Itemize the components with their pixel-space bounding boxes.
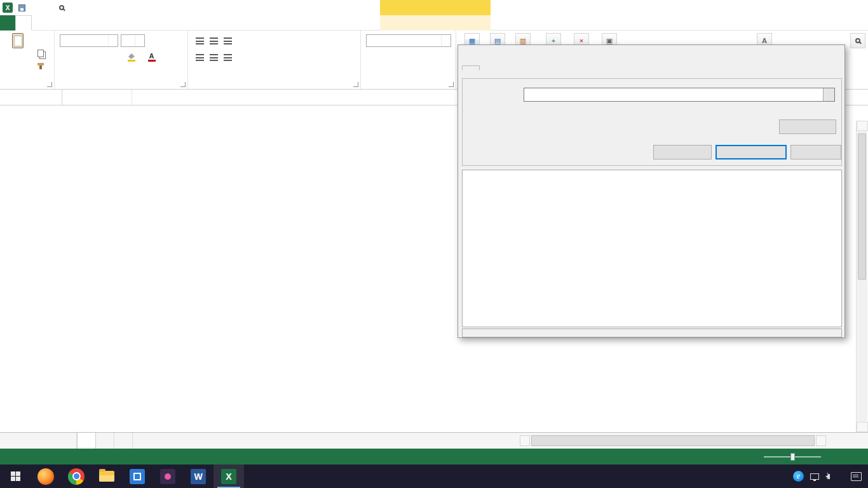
paste-button[interactable] xyxy=(4,33,32,76)
tab-revisar[interactable] xyxy=(93,15,108,30)
scroll-down-icon[interactable] xyxy=(857,422,868,432)
close-dialog-button[interactable] xyxy=(790,145,841,159)
clipboard-dialog-launcher[interactable] xyxy=(47,82,52,87)
percent-format-button[interactable] xyxy=(384,51,395,64)
display-tray-icon[interactable] xyxy=(810,473,819,480)
font-dialog-launcher[interactable] xyxy=(180,82,186,87)
help-button[interactable] xyxy=(776,0,794,15)
tab-diseno-tabla[interactable] xyxy=(123,15,139,30)
taskbar-file-explorer[interactable] xyxy=(92,464,122,488)
borders-button[interactable] xyxy=(104,51,117,64)
taskbar-app-blue[interactable] xyxy=(122,464,153,488)
italic-button[interactable] xyxy=(71,51,81,64)
customize-qat-button[interactable] xyxy=(69,1,81,14)
find-select-button[interactable] xyxy=(849,33,867,50)
horizontal-scrollbar-thumb[interactable] xyxy=(531,435,815,446)
fill-color-button[interactable] xyxy=(123,51,140,64)
find-next-button[interactable] xyxy=(715,145,787,159)
currency-format-button[interactable] xyxy=(366,51,381,64)
lens-button[interactable] xyxy=(55,1,68,14)
close-button[interactable] xyxy=(850,0,868,15)
ribbon-display-options-button[interactable] xyxy=(794,0,813,15)
font-name-combo[interactable] xyxy=(60,34,118,47)
edge-tray-icon[interactable]: e xyxy=(793,471,804,482)
grow-font-button[interactable] xyxy=(147,34,160,47)
sheet-tab-fase-i[interactable] xyxy=(58,433,77,449)
tab-reemplazar[interactable] xyxy=(480,65,498,70)
zoom-slider-thumb[interactable] xyxy=(790,453,795,461)
find-combobox[interactable] xyxy=(524,88,835,102)
align-top-button[interactable] xyxy=(193,34,206,47)
taskbar-app-media[interactable] xyxy=(153,464,183,488)
speaker-icon[interactable] xyxy=(825,474,830,479)
sheet-tab-hoja2[interactable] xyxy=(96,433,114,449)
alignment-dialog-launcher[interactable] xyxy=(353,82,358,87)
number-format-combo[interactable] xyxy=(366,34,451,47)
formula-bar-collapse-icon[interactable] xyxy=(857,90,868,105)
dialog-title-bar[interactable] xyxy=(458,45,844,64)
increase-indent-button[interactable] xyxy=(252,51,263,64)
number-dialog-launcher[interactable] xyxy=(449,82,454,87)
excel-app-icon[interactable]: X xyxy=(3,3,13,13)
taskbar-word[interactable]: W xyxy=(183,464,214,488)
taskbar-firefox[interactable] xyxy=(31,464,61,488)
undo-button[interactable] xyxy=(29,1,41,14)
combo-dropdown-icon[interactable] xyxy=(823,88,834,101)
zoom-slider[interactable] xyxy=(764,456,821,458)
shrink-font-button[interactable] xyxy=(161,34,174,47)
vertical-scrollbar[interactable] xyxy=(856,121,867,432)
find-input[interactable] xyxy=(524,88,823,101)
merge-center-button[interactable] xyxy=(268,51,356,64)
new-sheet-button[interactable] xyxy=(133,433,151,449)
options-button[interactable] xyxy=(779,119,836,134)
scroll-right-icon[interactable] xyxy=(816,435,826,446)
tab-diseno-de-pagina[interactable] xyxy=(47,15,62,30)
increase-decimal-button[interactable] xyxy=(418,51,433,64)
sheet-nav-left-icon[interactable] xyxy=(3,433,11,449)
decrease-indent-button[interactable] xyxy=(239,51,250,64)
restore-button[interactable] xyxy=(831,0,850,15)
tab-vista[interactable] xyxy=(108,15,123,30)
sheet-tab-hoja1[interactable] xyxy=(114,433,133,449)
tab-datos[interactable] xyxy=(78,15,93,30)
sheet-nav-right-icon[interactable] xyxy=(11,433,20,449)
dialog-help-button[interactable] xyxy=(797,45,817,64)
align-left-button[interactable] xyxy=(193,51,206,64)
bold-button[interactable] xyxy=(60,51,70,64)
vertical-scrollbar-thumb[interactable] xyxy=(858,133,866,280)
tab-formulas[interactable] xyxy=(62,15,78,30)
copy-button[interactable] xyxy=(34,47,47,60)
underline-dropdown-icon[interactable] xyxy=(93,51,100,64)
tab-buscar[interactable] xyxy=(462,65,480,71)
align-middle-button[interactable] xyxy=(207,34,220,47)
cut-button[interactable] xyxy=(34,34,47,47)
decrease-decimal-button[interactable] xyxy=(435,51,450,64)
minimize-button[interactable] xyxy=(813,0,831,15)
align-right-button[interactable] xyxy=(221,51,234,64)
action-center-icon[interactable] xyxy=(851,472,862,481)
find-results-list[interactable] xyxy=(462,170,842,327)
underline-button[interactable] xyxy=(83,51,93,64)
taskbar-excel[interactable]: X xyxy=(214,464,244,488)
orientation-button[interactable] xyxy=(239,34,254,47)
font-color-button[interactable]: A xyxy=(144,51,160,64)
save-button[interactable] xyxy=(15,1,28,14)
tab-insertar[interactable] xyxy=(32,15,47,30)
tab-inicio[interactable] xyxy=(15,15,32,30)
name-box[interactable] xyxy=(0,90,62,105)
sheet-tab-fase-ii[interactable] xyxy=(77,433,96,449)
font-size-combo[interactable] xyxy=(121,34,145,47)
wrap-text-button[interactable] xyxy=(263,34,352,47)
find-all-button[interactable] xyxy=(653,145,712,159)
comma-format-button[interactable] xyxy=(398,51,414,64)
scroll-left-icon[interactable] xyxy=(520,435,530,446)
dialog-close-icon[interactable] xyxy=(820,45,841,64)
taskbar-chrome[interactable] xyxy=(61,464,92,488)
align-bottom-button[interactable] xyxy=(221,34,234,47)
redo-button[interactable] xyxy=(42,1,55,14)
start-button[interactable] xyxy=(0,464,31,488)
format-painter-button[interactable] xyxy=(34,60,47,72)
tab-archivo[interactable] xyxy=(0,15,15,30)
scroll-up-icon[interactable] xyxy=(857,121,868,131)
align-center-button[interactable] xyxy=(207,51,220,64)
